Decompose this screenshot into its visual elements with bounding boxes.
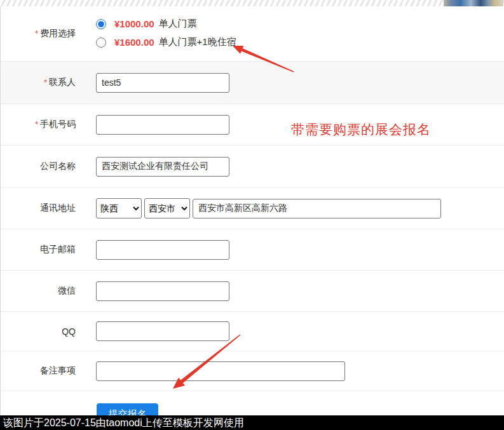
field-label-fee: *费用选择: [1, 28, 76, 39]
company-input[interactable]: [96, 157, 229, 177]
field-control-qq: [96, 321, 229, 341]
fee-radio-group: ¥1000.00单人门票¥1600.00单人门票+1晚住宿: [96, 18, 236, 48]
address-select-province[interactable]: 陕西: [96, 198, 142, 218]
field-label-text-mobile: 手机号码: [40, 119, 76, 129]
field-label-email: 电子邮箱: [1, 244, 76, 255]
form-row-qq: QQ: [1, 311, 504, 351]
remark-input[interactable]: [96, 361, 345, 381]
field-label-wechat: 微信: [1, 285, 76, 297]
qq-input[interactable]: [96, 321, 229, 341]
red-annotation-text: 带需要购票的展会报名: [291, 121, 431, 138]
field-control-wechat: [96, 281, 229, 301]
address-detail-input[interactable]: [193, 199, 441, 218]
email-input[interactable]: [96, 240, 229, 260]
form-row-remark: 备注事项: [1, 351, 504, 391]
wechat-input[interactable]: [96, 281, 229, 301]
fee-desc: 单人门票+1晚住宿: [159, 36, 236, 48]
fee-desc: 单人门票: [159, 18, 197, 30]
field-label-text-contact: 联系人: [49, 77, 76, 87]
form-row-fee: *费用选择¥1000.00单人门票¥1600.00单人门票+1晚住宿: [1, 6, 504, 61]
mobile-input[interactable]: [96, 115, 229, 135]
address-select-city[interactable]: 西安市: [144, 198, 190, 218]
required-asterisk: *: [35, 29, 38, 38]
field-control-email: [96, 240, 229, 260]
field-label-text-email: 电子邮箱: [40, 244, 76, 254]
field-control-address: 陕西西安市: [96, 198, 441, 218]
form-row-company: 公司名称: [1, 145, 504, 187]
field-control-remark: [96, 361, 345, 381]
required-asterisk: *: [44, 77, 47, 87]
field-label-contact: *联系人: [1, 77, 76, 88]
required-asterisk: *: [35, 119, 38, 129]
field-control-company: [96, 157, 229, 177]
field-label-text-fee: 费用选择: [40, 28, 76, 38]
fee-radio-2-icon[interactable]: [96, 37, 106, 48]
field-label-text-company: 公司名称: [40, 161, 76, 171]
field-control-mobile: [96, 115, 229, 135]
field-label-remark: 备注事项: [1, 365, 76, 377]
registration-form: *费用选择¥1000.00单人门票¥1600.00单人门票+1晚住宿*联系人*手…: [0, 6, 504, 430]
form-row-email: 电子邮箱: [1, 229, 504, 270]
watermark-bar: 该图片于2025-07-15由taomodi上传至模板开发网使用: [0, 415, 504, 430]
field-label-qq: QQ: [1, 326, 76, 337]
top-striped-banner: [0, 0, 504, 6]
form-row-address: 通讯地址陕西西安市: [1, 187, 504, 229]
fee-radio-1-icon[interactable]: [96, 19, 106, 29]
form-rows: *费用选择¥1000.00单人门票¥1600.00单人门票+1晚住宿*联系人*手…: [1, 6, 504, 391]
fee-option-1[interactable]: ¥1000.00单人门票: [96, 18, 236, 30]
field-label-text-remark: 备注事项: [40, 365, 76, 375]
field-control-fee: ¥1000.00单人门票¥1600.00单人门票+1晚住宿: [96, 18, 236, 50]
form-row-wechat: 微信: [1, 270, 504, 311]
field-label-address: 通讯地址: [1, 203, 76, 214]
field-label-text-address: 通讯地址: [40, 203, 76, 213]
fee-option-2[interactable]: ¥1600.00单人门票+1晚住宿: [96, 36, 236, 48]
field-label-text-wechat: 微信: [58, 285, 76, 295]
field-label-text-qq: QQ: [62, 326, 76, 337]
fee-price: ¥1600.00: [114, 37, 154, 48]
contact-input[interactable]: [96, 73, 229, 93]
field-control-contact: [96, 73, 229, 93]
field-label-company: 公司名称: [1, 161, 76, 172]
fee-price: ¥1000.00: [114, 18, 154, 29]
field-label-mobile: *手机号码: [1, 119, 76, 130]
form-row-contact: *联系人: [1, 61, 504, 104]
